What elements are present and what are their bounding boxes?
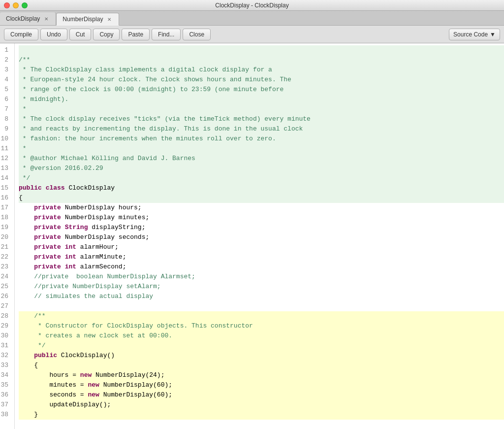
line-number-7: 7 bbox=[0, 104, 11, 114]
line-number-14: 14 bbox=[0, 173, 11, 183]
close-button[interactable]: Close bbox=[183, 29, 211, 40]
code-line-34: hours = new NumberDisplay(24); bbox=[19, 370, 504, 380]
line-number-37: 37 bbox=[0, 400, 11, 410]
line-number-23: 23 bbox=[0, 262, 11, 272]
close-button[interactable] bbox=[4, 2, 10, 8]
window-title: ClockDisplay - ClockDisplay bbox=[215, 2, 288, 9]
line-number-4: 4 bbox=[0, 75, 11, 85]
code-content[interactable]: /** * The ClockDisplay class implements … bbox=[15, 43, 504, 429]
line-number-1: 1 bbox=[0, 45, 11, 55]
code-line-21: private int alarmHour; bbox=[19, 242, 504, 252]
code-line-37: updateDisplay(); bbox=[19, 400, 504, 410]
code-line-27 bbox=[19, 301, 504, 311]
line-number-24: 24 bbox=[0, 272, 11, 282]
tab-numberdisplay-close[interactable]: ✕ bbox=[106, 16, 113, 23]
line-number-11: 11 bbox=[0, 144, 11, 154]
compile-button[interactable]: Compile bbox=[4, 29, 38, 40]
code-line-11: * bbox=[19, 144, 504, 154]
editor: 1234567891011121314151617181920212223242… bbox=[0, 43, 504, 429]
line-number-31: 31 bbox=[0, 341, 11, 351]
line-number-26: 26 bbox=[0, 292, 11, 301]
code-line-16: { bbox=[19, 193, 504, 203]
code-line-20: private NumberDisplay seconds; bbox=[19, 232, 504, 242]
line-number-17: 17 bbox=[0, 203, 11, 213]
undo-button[interactable]: Undo bbox=[40, 29, 67, 40]
code-line-22: private int alarmMinute; bbox=[19, 252, 504, 262]
line-number-10: 10 bbox=[0, 134, 11, 144]
line-number-25: 25 bbox=[0, 282, 11, 292]
line-number-9: 9 bbox=[0, 124, 11, 134]
source-code-label: Source Code bbox=[453, 31, 488, 38]
tab-numberdisplay[interactable]: NumberDisplay ✕ bbox=[56, 13, 119, 26]
line-number-34: 34 bbox=[0, 370, 11, 380]
line-number-15: 15 bbox=[0, 183, 11, 193]
line-number-16: 16 bbox=[0, 193, 11, 203]
code-line-24: //private boolean NumberDisplay Alarmset… bbox=[19, 272, 504, 282]
code-line-23: private int alarmSecond; bbox=[19, 262, 504, 272]
code-line-18: private NumberDisplay minutes; bbox=[19, 213, 504, 223]
code-line-17: private NumberDisplay hours; bbox=[19, 203, 504, 213]
toolbar: Compile Undo Cut Copy Paste Find... Clos… bbox=[0, 26, 504, 43]
find-button[interactable]: Find... bbox=[152, 29, 181, 40]
minimize-button[interactable] bbox=[13, 2, 19, 8]
code-line-28: /** bbox=[19, 311, 504, 321]
code-line-5: * range of the clock is 00:00 (midnight)… bbox=[19, 85, 504, 95]
line-number-29: 29 bbox=[0, 321, 11, 331]
line-number-20: 20 bbox=[0, 232, 11, 242]
cut-button[interactable]: Cut bbox=[69, 29, 92, 40]
code-line-2: /** bbox=[19, 55, 504, 65]
code-line-1 bbox=[19, 45, 504, 55]
line-number-28: 28 bbox=[0, 311, 11, 321]
code-line-32: public ClockDisplay() bbox=[19, 351, 504, 361]
line-number-27: 27 bbox=[0, 301, 11, 311]
code-line-13: * @version 2016.02.29 bbox=[19, 164, 504, 173]
line-number-36: 36 bbox=[0, 390, 11, 400]
line-number-35: 35 bbox=[0, 380, 11, 390]
line-number-32: 32 bbox=[0, 351, 11, 361]
line-number-19: 19 bbox=[0, 223, 11, 232]
line-number-33: 33 bbox=[0, 361, 11, 370]
dropdown-arrow: ▼ bbox=[490, 31, 496, 38]
code-line-29: * Constructor for ClockDisplay objects. … bbox=[19, 321, 504, 331]
line-number-3: 3 bbox=[0, 65, 11, 75]
code-line-9: * and reacts by incrementing the display… bbox=[19, 124, 504, 134]
code-line-3: * The ClockDisplay class implements a di… bbox=[19, 65, 504, 75]
line-number-38: 38 bbox=[0, 410, 11, 420]
line-number-22: 22 bbox=[0, 252, 11, 262]
code-line-33: { bbox=[19, 361, 504, 370]
code-line-30: * creates a new clock set at 00:00. bbox=[19, 331, 504, 341]
tab-clockdisplay-close[interactable]: ✕ bbox=[43, 15, 50, 22]
code-line-14: */ bbox=[19, 173, 504, 183]
line-number-6: 6 bbox=[0, 95, 11, 104]
code-line-26: // simulates the actual display bbox=[19, 292, 504, 301]
code-line-25: //private NumberDisplay setAlarm; bbox=[19, 282, 504, 292]
copy-button[interactable]: Copy bbox=[93, 29, 120, 40]
line-number-13: 13 bbox=[0, 164, 11, 173]
code-line-31: */ bbox=[19, 341, 504, 351]
source-code-dropdown[interactable]: Source Code ▼ bbox=[449, 29, 500, 40]
tab-clockdisplay-label: ClockDisplay bbox=[6, 15, 40, 22]
tab-bar: ClockDisplay ✕ NumberDisplay ✕ bbox=[0, 11, 504, 26]
line-number-18: 18 bbox=[0, 213, 11, 223]
code-line-6: * midnight). bbox=[19, 95, 504, 104]
line-number-8: 8 bbox=[0, 114, 11, 124]
line-number-21: 21 bbox=[0, 242, 11, 252]
line-number-12: 12 bbox=[0, 154, 11, 164]
line-number-2: 2 bbox=[0, 55, 11, 65]
line-numbers: 1234567891011121314151617181920212223242… bbox=[0, 43, 15, 429]
line-number-30: 30 bbox=[0, 331, 11, 341]
tab-clockdisplay[interactable]: ClockDisplay ✕ bbox=[0, 12, 56, 25]
title-bar: ClockDisplay - ClockDisplay bbox=[0, 0, 504, 11]
code-line-35: minutes = new NumberDisplay(60); bbox=[19, 380, 504, 390]
code-line-19: private String displayString; bbox=[19, 223, 504, 232]
maximize-button[interactable] bbox=[22, 2, 28, 8]
code-line-4: * European-style 24 hour clock. The cloc… bbox=[19, 75, 504, 85]
tab-numberdisplay-label: NumberDisplay bbox=[63, 16, 103, 23]
code-line-10: * fashion: the hour increments when the … bbox=[19, 134, 504, 144]
paste-button[interactable]: Paste bbox=[122, 29, 150, 40]
code-line-12: * @author Michael Kölling and David J. B… bbox=[19, 154, 504, 164]
window-controls[interactable] bbox=[4, 2, 28, 8]
code-line-38: } bbox=[19, 410, 504, 420]
code-line-8: * The clock display receives "ticks" (vi… bbox=[19, 114, 504, 124]
code-line-36: seconds = new NumberDisplay(60); bbox=[19, 390, 504, 400]
